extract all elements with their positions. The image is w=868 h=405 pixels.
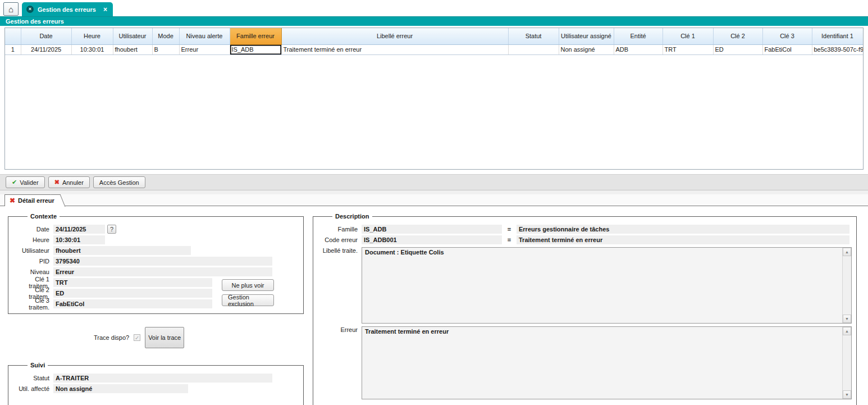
errors-grid: Date Heure Utilisateur Mode Niveau alert… [4, 28, 864, 170]
col-header-identifiant1[interactable]: Identifiant 1 [812, 28, 863, 44]
niveau-field[interactable]: Erreur [53, 267, 272, 276]
cell-niveau-alerte[interactable]: Erreur [179, 44, 230, 54]
trace-dispo-checkbox[interactable]: ✓ [134, 334, 140, 341]
code-erreur-field[interactable]: IS_ADB001 [362, 235, 502, 244]
cle2-field[interactable]: ED [53, 289, 212, 298]
scrollbar[interactable]: ▲ ▼ [842, 248, 851, 323]
ne-plus-voir-button[interactable]: Ne plus voir [222, 279, 274, 291]
separator [0, 190, 868, 194]
col-header-statut[interactable]: Statut [508, 28, 559, 44]
heure-field[interactable]: 10:30:01 [53, 235, 105, 244]
contexte-groupbox: Contexte Date 24/11/2025 ? Heure 10:30:0… [8, 213, 304, 314]
pid-field[interactable]: 3795340 [53, 257, 272, 266]
code-libelle-field[interactable]: Traitement terminé en erreur [517, 235, 849, 244]
equals-sign: = [502, 236, 517, 243]
col-header-entite[interactable]: Entité [614, 28, 663, 44]
famille-code-field[interactable]: IS_ADB [362, 225, 502, 234]
check-icon: ✔ [12, 179, 17, 186]
col-header-utilisateur[interactable]: Utilisateur [113, 28, 152, 44]
utilisateur-label: Utilisateur [13, 247, 53, 254]
col-header-niveau-alerte[interactable]: Niveau alerte [179, 28, 230, 44]
annuler-button[interactable]: ✖ Annuler [48, 176, 90, 188]
col-header-heure[interactable]: Heure [71, 28, 113, 44]
home-button[interactable]: ⌂ [3, 2, 19, 16]
cell-utilisateur[interactable]: fhoubert [113, 44, 152, 54]
cell-cle2[interactable]: ED [713, 44, 762, 54]
error-circle-icon: × [26, 6, 34, 13]
util-affecte-label: Util. affecté [13, 385, 53, 392]
cell-cle3[interactable]: FabEtiCol [762, 44, 812, 54]
util-affecte-field[interactable]: Non assigné [53, 384, 188, 393]
date-field[interactable]: 24/11/2025 [53, 225, 105, 234]
heure-label: Heure [13, 236, 53, 243]
cle1-field[interactable]: TRT [53, 278, 212, 287]
cell-date[interactable]: 24/11/2025 [21, 44, 71, 54]
scroll-up-icon[interactable]: ▲ [843, 248, 851, 256]
date-help-button[interactable]: ? [107, 225, 116, 234]
detail-panel: Contexte Date 24/11/2025 ? Heure 10:30:0… [0, 206, 868, 405]
action-bar: ✔ Valider ✖ Annuler Accès Gestion [0, 174, 868, 190]
voir-la-trace-button[interactable]: Voir la trace [145, 327, 184, 348]
acces-gestion-button[interactable]: Accès Gestion [93, 176, 145, 188]
cell-cle1[interactable]: TRT [663, 44, 713, 54]
scroll-up-icon[interactable]: ▲ [843, 327, 851, 335]
utilisateur-field[interactable]: fhoubert [53, 246, 191, 255]
trace-row: Trace dispo? ✓ Voir la trace [94, 326, 304, 349]
trace-dispo-label: Trace dispo? [94, 334, 129, 341]
date-label: Date [13, 226, 53, 233]
col-header-utilisateur-assigne[interactable]: Utilisateur assigné [559, 28, 614, 44]
col-header-cle2[interactable]: Clé 2 [713, 28, 762, 44]
erreur-textarea[interactable]: Traitement terminé en erreur ▲ ▼ [362, 326, 852, 399]
scroll-down-icon[interactable]: ▼ [843, 315, 851, 323]
code-erreur-label: Code erreur [318, 236, 362, 243]
niveau-label: Niveau [13, 269, 53, 275]
cell-libelle-erreur[interactable]: Traitement terminé en erreur [281, 44, 508, 54]
cell-famille-erreur[interactable]: IS_ADB [230, 44, 281, 54]
detail-tab-bar: ✖ Détail erreur [0, 194, 868, 206]
cell-mode[interactable]: B [152, 44, 179, 54]
erreur-label: Erreur [318, 326, 362, 333]
col-header-date[interactable]: Date [21, 28, 71, 44]
valider-button[interactable]: ✔ Valider [6, 176, 45, 188]
libelle-traite-textarea[interactable]: Document : Etiquette Colis ▲ ▼ [362, 247, 852, 324]
tab-close-icon[interactable]: × [103, 6, 107, 13]
red-x-icon: ✖ [10, 197, 15, 204]
equals-sign: = [502, 226, 517, 233]
scrollbar[interactable]: ▲ ▼ [842, 327, 851, 399]
col-header-rownum[interactable] [5, 28, 21, 44]
table-row[interactable]: 1 24/11/2025 10:30:01 fhoubert B Erreur … [5, 44, 863, 54]
cell-heure[interactable]: 10:30:01 [71, 44, 113, 54]
col-header-cle3[interactable]: Clé 3 [762, 28, 812, 44]
cell-utilisateur-assigne[interactable]: Non assigné [559, 44, 614, 54]
statut-field[interactable]: A-TRAITER [53, 374, 272, 383]
cell-identifiant1[interactable]: be5c3839-507c-f9 [812, 44, 863, 54]
home-icon: ⌂ [8, 4, 13, 14]
cell-rownum[interactable]: 1 [5, 44, 21, 54]
pid-label: PID [13, 258, 53, 265]
libelle-traite-label: Libellé traite. [318, 247, 362, 254]
famille-libelle-field[interactable]: Erreurs gestionnaire de tâches [517, 225, 849, 234]
col-header-cle1[interactable]: Clé 1 [663, 28, 713, 44]
cell-entite[interactable]: ADB [614, 44, 663, 54]
tab-detail-erreur[interactable]: ✖ Détail erreur [4, 194, 58, 206]
table-header-row: Date Heure Utilisateur Mode Niveau alert… [5, 28, 863, 44]
scroll-down-icon[interactable]: ▼ [843, 390, 851, 399]
famille-label: Famille [318, 226, 362, 233]
col-header-mode[interactable]: Mode [152, 28, 179, 44]
tab-title: Gestion des erreurs [38, 6, 96, 13]
contexte-title: Contexte [28, 213, 60, 220]
cle3-field[interactable]: FabEtiCol [53, 299, 212, 308]
tab-bar: ⌂ × Gestion des erreurs × [0, 0, 868, 16]
description-title: Description [332, 213, 372, 220]
app-window: ⌂ × Gestion des erreurs × Gestion des er… [0, 0, 868, 405]
cell-statut[interactable]: A-TRAITER [508, 44, 559, 54]
col-header-libelle-erreur[interactable]: Libellé erreur [281, 28, 508, 44]
tab-gestion-erreurs[interactable]: × Gestion des erreurs × [22, 2, 113, 16]
statut-label: Statut [13, 375, 53, 381]
cross-icon: ✖ [54, 179, 60, 186]
cle3-label: Clé 3 traitem. [13, 297, 53, 311]
suivi-groupbox: Suivi Statut A-TRAITER Util. affecté Non… [8, 362, 304, 405]
gestion-exclusion-button[interactable]: Gestion exclusion [222, 294, 274, 306]
page-header: Gestion des erreurs [0, 16, 868, 26]
col-header-famille-erreur[interactable]: Famille erreur [230, 28, 281, 44]
